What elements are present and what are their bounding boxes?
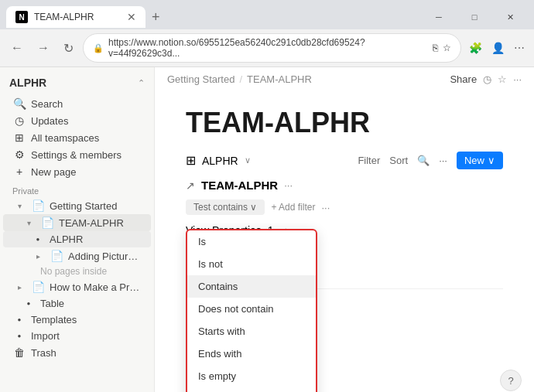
breadcrumb-team-alphr[interactable]: TEAM-ALPHR: [247, 73, 312, 85]
share-button[interactable]: Share: [450, 73, 477, 85]
address-bar: ← → ↻ 🔒 https://www.notion.so/6955125ea5…: [0, 29, 534, 66]
dropdown-item-is[interactable]: Is: [187, 230, 316, 253]
main-content: Getting Started / TEAM-ALPHR Share ◷ ☆ ·…: [155, 67, 534, 392]
bullet-icon: ●: [31, 236, 45, 243]
page-icon: 📄: [31, 281, 45, 293]
add-filter-button[interactable]: + Add filter: [271, 202, 315, 213]
dropdown-item-endswith[interactable]: Ends with: [187, 343, 316, 365]
sidebar-item-teamspaces[interactable]: ⊞ All teamspaces: [3, 129, 151, 146]
dropdown-item-isempty[interactable]: Is empty: [187, 365, 316, 387]
search-button[interactable]: 🔍: [417, 155, 430, 166]
profile-button[interactable]: 👤: [488, 39, 508, 57]
extensions-button[interactable]: 🧩: [466, 39, 485, 57]
filter-more-button[interactable]: ···: [321, 202, 330, 213]
sidebar-item-templates[interactable]: ● Templates: [3, 312, 151, 328]
dropdown-item-contains[interactable]: Contains: [187, 275, 316, 298]
sidebar-no-pages: No pages inside: [0, 264, 154, 278]
breadcrumb-actions: Share ◷ ☆ ···: [450, 73, 522, 85]
sidebar-table-label: Table: [40, 298, 142, 309]
sidebar-teamspaces-label: All teamspaces: [31, 132, 142, 144]
filter-chip[interactable]: Test contains ∨: [186, 199, 265, 215]
active-tab[interactable]: N TEAM-ALPHR ✕: [6, 6, 145, 28]
dropdown-item-isnotempty[interactable]: Is not empty: [187, 387, 316, 392]
view-link-icon: ↗: [186, 179, 195, 192]
app: ALPHR ⌃ 🔍 Search ◷ Updates ⊞ All teamspa…: [0, 67, 534, 392]
page-icon: 📄: [31, 199, 45, 212]
back-button[interactable]: ←: [6, 38, 28, 58]
sidebar-item-search[interactable]: 🔍 Search: [3, 95, 151, 112]
sidebar-item-newpage[interactable]: + New page: [3, 163, 151, 180]
sort-button[interactable]: Sort: [389, 155, 408, 166]
new-record-button[interactable]: New ∨: [457, 152, 503, 169]
view-name[interactable]: TEAM-ALPHR: [201, 179, 278, 192]
menu-button[interactable]: ⋯: [511, 39, 528, 57]
sidebar-item-getting-started[interactable]: ▾ 📄 Getting Started: [3, 197, 151, 214]
breadcrumb-path: Getting Started / TEAM-ALPHR: [167, 73, 312, 85]
filter-button[interactable]: Filter: [358, 155, 380, 166]
tab-close-button[interactable]: ✕: [127, 11, 136, 23]
breadcrumb: Getting Started / TEAM-ALPHR Share ◷ ☆ ·…: [155, 67, 534, 91]
sidebar-newpage-label: New page: [31, 166, 142, 178]
more-options-button[interactable]: ···: [439, 155, 447, 166]
bullet-icon: ●: [22, 300, 36, 307]
star-icon[interactable]: ☆: [498, 73, 507, 85]
new-tab-button[interactable]: +: [145, 6, 166, 29]
newpage-icon: +: [12, 165, 26, 178]
browser-actions: 🧩 👤 ⋯: [466, 39, 528, 57]
filter-bar: Test contains ∨ + Add filter ··· Is Is n…: [186, 199, 503, 215]
sidebar-item-adding-pictures[interactable]: ▸ 📄 Adding Pictures to Yo...: [3, 247, 151, 264]
page-icon: 📄: [50, 250, 63, 262]
url-copy-icon: ⎘: [433, 43, 438, 53]
breadcrumb-getting-started[interactable]: Getting Started: [167, 73, 234, 85]
dropdown-item-isnot[interactable]: Is not: [187, 253, 316, 275]
history-icon[interactable]: ◷: [483, 73, 491, 85]
sidebar-alphr-label: ALPHR: [50, 233, 142, 245]
more-icon[interactable]: ···: [513, 73, 522, 85]
sidebar-getting-started-label: Getting Started: [50, 200, 142, 212]
reload-button[interactable]: ↻: [59, 38, 78, 59]
breadcrumb-separator: /: [239, 73, 242, 85]
chevron-down-icon: ▾: [22, 219, 36, 227]
bullet-icon: ●: [12, 332, 26, 339]
filter-chip-label: Test contains ∨: [193, 202, 257, 213]
filter-dropdown-menu: Is Is not Contains Does not contain Star…: [186, 229, 317, 392]
view-more-button[interactable]: ···: [284, 179, 293, 191]
search-icon: 🔍: [12, 97, 26, 110]
sidebar-item-trash[interactable]: 🗑 Trash: [3, 344, 151, 361]
sidebar-import-label: Import: [31, 330, 142, 342]
page-title: TEAM-ALPHR: [186, 107, 503, 139]
help-button[interactable]: ?: [500, 370, 522, 391]
filter-dropdown-overlay: Is Is not Contains Does not contain Star…: [186, 229, 317, 392]
sidebar-item-settings[interactable]: ⚙ Settings & members: [3, 146, 151, 163]
sidebar-item-team-alphr[interactable]: ▾ 📄 TEAM-ALPHR: [3, 214, 151, 231]
chevron-right-icon: ▸: [31, 252, 45, 261]
window-controls: ─ □ ✕: [421, 5, 528, 29]
page-icon: 📄: [40, 216, 54, 229]
close-button[interactable]: ✕: [492, 5, 528, 29]
sidebar-item-alphr[interactable]: ● ALPHR: [3, 231, 151, 247]
trash-icon: 🗑: [12, 346, 26, 359]
forward-button[interactable]: →: [33, 38, 54, 58]
url-text: https://www.notion.so/6955125ea56240c291…: [108, 37, 428, 59]
database-chevron-icon[interactable]: ∨: [245, 155, 251, 165]
sidebar-progress-label: How to Make a Progres...: [50, 281, 142, 293]
url-bar[interactable]: 🔒 https://www.notion.so/6955125ea56240c2…: [83, 33, 461, 63]
new-label: New: [464, 155, 484, 166]
sidebar-item-table[interactable]: ● Table: [3, 295, 151, 312]
minimize-button[interactable]: ─: [421, 5, 457, 29]
new-arrow-icon: ∨: [488, 155, 495, 166]
page-content: TEAM-ALPHR ⊞ ALPHR ∨ Filter Sort 🔍 ··· N…: [155, 91, 534, 392]
database-actions: Filter Sort 🔍 ··· New ∨: [358, 152, 503, 169]
dropdown-item-doesnotcontain[interactable]: Does not contain: [187, 298, 316, 320]
sidebar-adding-pictures-label: Adding Pictures to Yo...: [68, 251, 142, 262]
sidebar-item-import[interactable]: ● Import: [3, 328, 151, 344]
database-name[interactable]: ALPHR: [202, 155, 238, 167]
sidebar-updates-label: Updates: [31, 115, 142, 127]
sidebar-item-updates[interactable]: ◷ Updates: [3, 112, 151, 129]
dropdown-item-startswith[interactable]: Starts with: [187, 320, 316, 343]
browser-chrome: N TEAM-ALPHR ✕ + ─ □ ✕ ← → ↻ 🔒 https://w…: [0, 0, 534, 67]
maximize-button[interactable]: □: [457, 5, 492, 29]
view-title-row: ↗ TEAM-ALPHR ···: [186, 179, 503, 192]
sidebar-section-private: Private: [0, 180, 154, 197]
sidebar-item-progress[interactable]: ▸ 📄 How to Make a Progres...: [3, 278, 151, 295]
